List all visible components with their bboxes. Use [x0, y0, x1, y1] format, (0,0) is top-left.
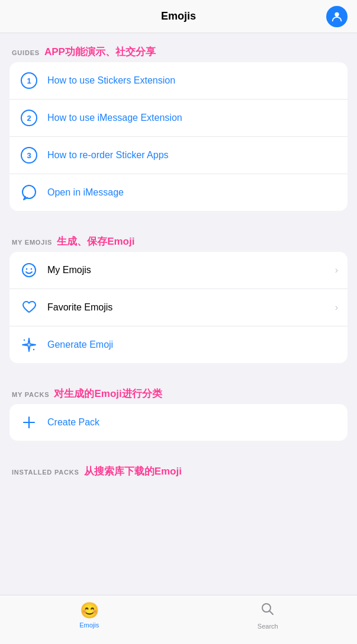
tab-emojis[interactable]: 😊 Emojis	[0, 601, 179, 629]
guide-3-text: How to re-order Sticker Apps	[47, 150, 338, 161]
generate-emoji-item[interactable]: Generate Emoji	[9, 326, 348, 363]
favorite-emojis-chevron: ›	[335, 302, 338, 313]
installed-packs-annotation: 从搜索库下载的Emoji	[84, 464, 182, 478]
search-tab-label: Search	[258, 623, 278, 630]
imessage-icon	[19, 182, 39, 203]
nav-bar: Emojis	[0, 0, 357, 33]
guide-item-imessage[interactable]: Open in iMessage	[9, 174, 348, 211]
svg-point-1	[22, 185, 36, 198]
my-packs-card: Create Pack	[9, 404, 348, 441]
guides-section-header: GUIDES APP功能演示、社交分享	[0, 33, 357, 62]
my-emojis-text: My Emojis	[47, 265, 330, 275]
installed-packs-label: INSTALLED PACKS	[12, 469, 79, 476]
guide-1-text: How to use Stickers Extension	[47, 75, 338, 86]
my-emojis-card: My Emojis › Favorite Emojis › Generate E…	[9, 252, 348, 363]
guides-card: 1 How to use Stickers Extension 2 How to…	[9, 62, 348, 211]
guide-2-icon: 2	[19, 108, 39, 128]
generate-emoji-text: Generate Emoji	[47, 339, 338, 350]
my-emojis-label: MY EMOJIS	[12, 239, 52, 246]
guide-1-icon: 1	[19, 71, 39, 91]
guide-item-1[interactable]: 1 How to use Stickers Extension	[9, 62, 348, 100]
svg-point-2	[22, 264, 36, 277]
svg-point-3	[26, 268, 28, 270]
guide-item-3[interactable]: 3 How to re-order Sticker Apps	[9, 137, 348, 174]
emojis-tab-label: Emojis	[79, 621, 99, 629]
search-tab-icon	[260, 601, 275, 621]
sparkle-icon	[19, 335, 39, 355]
nav-title: Emojis	[161, 10, 196, 23]
svg-point-5	[24, 339, 25, 341]
create-pack-text: Create Pack	[47, 417, 338, 428]
smile-icon	[19, 260, 39, 280]
my-emojis-chevron: ›	[335, 265, 338, 275]
svg-point-4	[31, 268, 33, 270]
heart-icon	[19, 297, 39, 318]
svg-point-0	[335, 12, 339, 16]
emojis-tab-icon: 😊	[80, 601, 99, 620]
my-packs-annotation: 对生成的Emoji进行分类	[54, 387, 162, 401]
create-pack-item[interactable]: Create Pack	[9, 404, 348, 441]
guide-item-2[interactable]: 2 How to use iMessage Extension	[9, 100, 348, 137]
my-packs-section-header: MY PACKS 对生成的Emoji进行分类	[0, 375, 357, 404]
tab-search[interactable]: Search	[179, 601, 358, 630]
plus-icon	[19, 412, 39, 432]
svg-point-6	[33, 349, 34, 350]
guides-label: GUIDES	[12, 49, 40, 56]
guide-3-icon: 3	[19, 145, 39, 165]
my-emojis-section-header: MY EMOJIS 生成、保存Emoji	[0, 223, 357, 252]
profile-avatar[interactable]	[326, 6, 348, 27]
guides-annotation: APP功能演示、社交分享	[44, 45, 156, 59]
my-emojis-annotation: 生成、保存Emoji	[57, 235, 134, 248]
tab-bar: 😊 Emojis Search	[0, 595, 357, 644]
my-packs-label: MY PACKS	[12, 391, 49, 398]
favorite-emojis-item[interactable]: Favorite Emojis ›	[9, 289, 348, 326]
guide-4-text: Open in iMessage	[47, 187, 338, 198]
favorite-emojis-text: Favorite Emojis	[47, 302, 330, 313]
svg-line-10	[270, 611, 274, 615]
my-emojis-item[interactable]: My Emojis ›	[9, 252, 348, 289]
installed-packs-section-header: INSTALLED PACKS 从搜索库下载的Emoji	[0, 453, 357, 482]
guide-2-text: How to use iMessage Extension	[47, 113, 338, 123]
